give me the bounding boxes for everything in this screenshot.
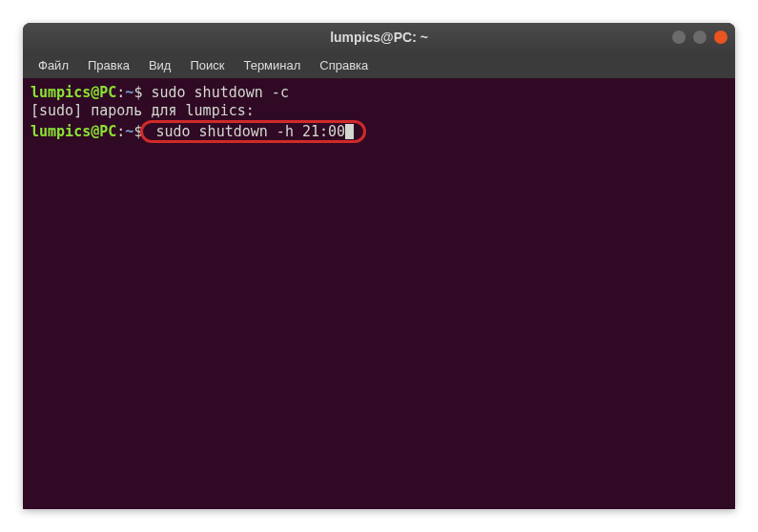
titlebar: lumpics@PC: ~	[23, 23, 735, 51]
terminal-body[interactable]: lumpics@PC:~$ sudo shutdown -c [sudo] па…	[23, 78, 735, 509]
prompt-path: ~	[125, 84, 133, 102]
sudo-prompt-text: [sudo] пароль для lumpics:	[31, 102, 255, 120]
menu-file[interactable]: Файл	[31, 56, 76, 74]
highlighted-command: sudo shutdown -h 21:00	[140, 120, 366, 144]
command-text-3: sudo shutdown -h 21:00	[147, 123, 345, 141]
menu-edit[interactable]: Правка	[80, 56, 137, 74]
prompt-dollar: $	[133, 84, 142, 102]
prompt-path: ~	[125, 123, 133, 141]
menu-help[interactable]: Справка	[312, 56, 376, 74]
terminal-line-1: lumpics@PC:~$ sudo shutdown -c	[31, 84, 727, 102]
menu-view[interactable]: Вид	[141, 56, 179, 74]
prompt-sep: :	[116, 84, 125, 102]
prompt-user: lumpics@PC	[31, 84, 116, 102]
prompt-user: lumpics@PC	[31, 123, 116, 141]
menu-search[interactable]: Поиск	[182, 56, 232, 74]
terminal-line-2: [sudo] пароль для lumpics:	[31, 102, 727, 120]
cursor-icon	[345, 124, 354, 139]
minimize-button[interactable]	[672, 31, 686, 44]
terminal-line-3: lumpics@PC:~$ sudo shutdown -h 21:00	[31, 120, 727, 144]
command-text-1: sudo shutdown -c	[142, 84, 289, 102]
terminal-window: lumpics@PC: ~ Файл Правка Вид Поиск Терм…	[23, 23, 735, 509]
window-controls	[672, 31, 727, 44]
close-button[interactable]	[714, 31, 727, 44]
menubar: Файл Правка Вид Поиск Терминал Справка	[23, 51, 735, 78]
prompt-sep: :	[116, 123, 125, 141]
maximize-button[interactable]	[693, 31, 707, 44]
menu-terminal[interactable]: Терминал	[236, 56, 308, 74]
window-title: lumpics@PC: ~	[330, 30, 428, 45]
